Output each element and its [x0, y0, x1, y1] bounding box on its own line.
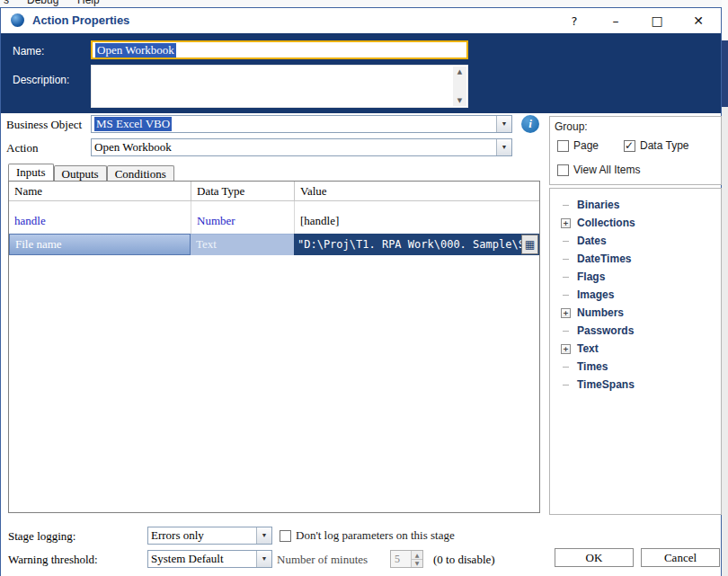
cell-name[interactable]: File name [9, 234, 191, 255]
chevron-down-icon[interactable]: ▼ [256, 527, 271, 544]
minutes-spinner[interactable]: 5 ▲ ▼ [390, 550, 423, 568]
info-icon[interactable]: i [521, 115, 539, 133]
titlebar[interactable]: Action Properties ? – □ ✕ [1, 8, 721, 33]
cell-value[interactable]: [handle] [294, 201, 539, 234]
tree-item-flags[interactable]: Flags [550, 268, 721, 286]
expand-plus-icon[interactable]: + [561, 344, 571, 354]
tree-item-times[interactable]: Times [550, 358, 721, 376]
page-checkbox[interactable]: Page [557, 139, 599, 152]
screen: s Debug Help Action Properties ? – □ ✕ N… [0, 0, 728, 576]
column-header-value[interactable]: Value [294, 182, 539, 200]
tree-item-binaries[interactable]: Binaries [550, 196, 721, 214]
description-textarea[interactable]: ▲ ▼ [91, 65, 468, 108]
tree-expander-icon[interactable] [561, 200, 571, 210]
app-icon [11, 13, 24, 27]
tree-expander-icon[interactable] [561, 254, 571, 264]
spin-down-icon[interactable]: ▼ [412, 560, 422, 568]
spin-up-icon[interactable]: ▲ [412, 551, 422, 560]
cell-data-type[interactable]: Text [191, 234, 294, 255]
tree-expander-icon[interactable] [561, 290, 571, 300]
disable-hint: (0 to disable) [433, 553, 495, 567]
tree-item-label: Text [577, 342, 599, 355]
number-of-minutes-label: Number of minutes [277, 553, 368, 567]
background-menu-item[interactable]: s [4, 0, 9, 6]
checkbox-icon[interactable] [557, 140, 569, 152]
warning-threshold-value: System Default [151, 552, 224, 566]
tree-item-numbers[interactable]: + Numbers [550, 304, 721, 322]
warning-threshold-dropdown[interactable]: System Default ▼ [147, 550, 272, 568]
scroll-down-icon[interactable]: ▼ [457, 97, 462, 104]
tree-item-label: Collections [577, 217, 635, 229]
expand-plus-icon[interactable]: + [561, 308, 571, 318]
background-menubar: s Debug Help [0, 0, 722, 7]
table-header-row: Name Data Type Value [9, 182, 539, 201]
name-label: Name: [13, 45, 44, 58]
checkbox-icon[interactable] [557, 164, 569, 176]
tree-item-label: Flags [577, 270, 605, 283]
tree-item-label: TimeSpans [577, 378, 635, 391]
cell-value[interactable]: "D:\Proj\T1. RPA Work\000. Sample\S ▦ [294, 234, 539, 255]
table-row[interactable]: handle Number [handle] [9, 201, 539, 234]
tree-item-label: Times [577, 360, 608, 373]
dialog-header: Name: Open Workbook Description: ▲ ▼ [1, 33, 721, 113]
data-type-checkbox[interactable]: Data Type [624, 139, 688, 152]
tab-conditions[interactable]: Conditions [107, 165, 174, 181]
tree-item-timespans[interactable]: TimeSpans [550, 376, 721, 394]
action-value: Open Workbook [94, 140, 172, 155]
tree-item-datetimes[interactable]: DateTimes [550, 250, 721, 268]
tab-strip: Inputs Outputs Conditions [8, 164, 174, 181]
tree-item-passwords[interactable]: Passwords [550, 322, 721, 340]
help-button[interactable]: ? [554, 8, 595, 33]
ok-button[interactable]: OK [555, 548, 634, 567]
dont-log-checkbox[interactable]: Don't log parameters on this stage [280, 528, 455, 543]
chevron-down-icon[interactable]: ▼ [256, 551, 271, 567]
minimize-button[interactable]: – [595, 8, 636, 33]
scroll-up-icon[interactable]: ▲ [457, 68, 462, 75]
checkbox-icon[interactable] [280, 530, 291, 542]
checkbox-checked-icon[interactable] [624, 140, 635, 152]
tree-expander-icon[interactable] [561, 272, 571, 282]
table-row-selected[interactable]: File name Text "D:\Proj\T1. RPA Work\000… [9, 234, 539, 255]
data-type-tree: Binaries + Collections Dates DateTimes F… [549, 188, 722, 515]
group-panel: Group: Page Data Type View All Items [549, 116, 722, 185]
tree-item-dates[interactable]: Dates [550, 232, 721, 250]
tree-expander-icon[interactable] [561, 326, 571, 336]
business-object-dropdown[interactable]: MS Excel VBO ▼ [91, 115, 512, 133]
data-type-checkbox-label: Data Type [640, 139, 688, 152]
description-label: Description: [13, 74, 69, 86]
stage-logging-label: Stage logging: [8, 529, 75, 544]
tree-item-images[interactable]: Images [550, 286, 721, 304]
chevron-down-icon[interactable]: ▼ [496, 139, 511, 155]
close-button[interactable]: ✕ [678, 8, 719, 33]
chevron-down-icon[interactable]: ▼ [496, 116, 511, 132]
tree-expander-icon[interactable] [561, 380, 571, 390]
tree-item-label: Binaries [577, 199, 619, 211]
tree-item-label: Passwords [577, 324, 634, 337]
cancel-button[interactable]: Cancel [641, 548, 720, 567]
inputs-table: Name Data Type Value handle Number [hand… [8, 181, 540, 513]
background-menu-item-help[interactable]: Help [77, 0, 100, 6]
name-input[interactable]: Open Workbook [91, 40, 468, 59]
warning-threshold-label: Warning threshold: [8, 553, 98, 567]
column-header-data-type[interactable]: Data Type [191, 182, 294, 200]
tree-expander-icon[interactable] [561, 362, 571, 372]
cell-data-type[interactable]: Number [191, 201, 294, 234]
description-scrollbar[interactable]: ▲ ▼ [453, 66, 466, 106]
minutes-value: 5 [395, 553, 400, 566]
stage-logging-dropdown[interactable]: Errors only ▼ [147, 527, 272, 545]
tree-expander-icon[interactable] [561, 236, 571, 246]
cell-name[interactable]: handle [9, 201, 191, 234]
spinner-buttons: ▲ ▼ [411, 551, 422, 567]
expand-plus-icon[interactable]: + [561, 218, 571, 228]
tree-item-collections[interactable]: + Collections [550, 214, 721, 232]
column-header-name[interactable]: Name [9, 182, 191, 200]
tree-item-text[interactable]: + Text [550, 340, 721, 358]
tab-inputs[interactable]: Inputs [8, 164, 54, 181]
background-window-edge [722, 0, 728, 40]
tab-outputs[interactable]: Outputs [54, 165, 107, 181]
background-menu-item-debug[interactable]: Debug [27, 0, 58, 6]
view-all-items-checkbox[interactable]: View All Items [557, 164, 640, 176]
action-dropdown[interactable]: Open Workbook ▼ [91, 138, 512, 156]
expression-editor-button[interactable]: ▦ [521, 235, 538, 254]
maximize-button[interactable]: □ [636, 8, 678, 33]
